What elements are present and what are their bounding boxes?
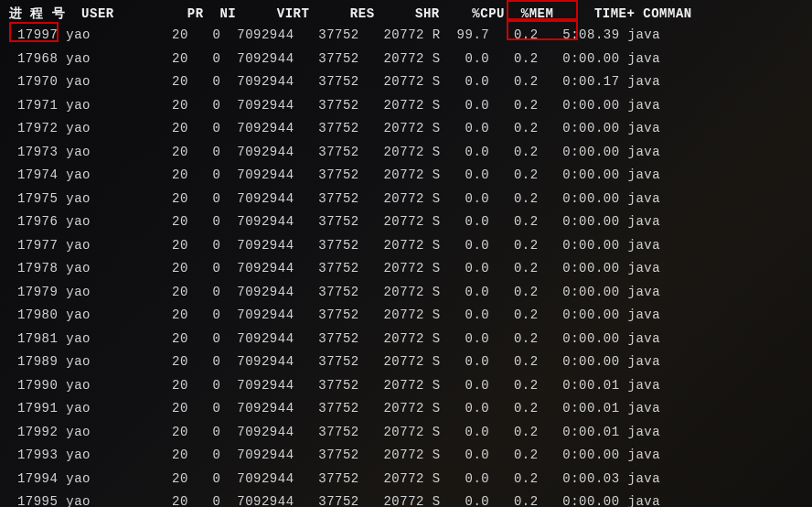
process-row[interactable]: 17968 yao 20 0 7092944 37752 20772 S 0.0…	[9, 48, 803, 71]
process-row[interactable]: 17997 yao 20 0 7092944 37752 20772 R 99.…	[9, 24, 803, 48]
process-row[interactable]: 17970 yao 20 0 7092944 37752 20772 S 0.0…	[9, 70, 803, 94]
process-row[interactable]: 17981 yao 20 0 7092944 37752 20772 S 0.0…	[9, 328, 803, 351]
process-row[interactable]: 17975 yao 20 0 7092944 37752 20772 S 0.0…	[9, 188, 803, 211]
process-row[interactable]: 17989 yao 20 0 7092944 37752 20772 S 0.0…	[9, 351, 803, 374]
process-row[interactable]: 17994 yao 20 0 7092944 37752 20772 S 0.0…	[9, 468, 803, 491]
process-row[interactable]: 17991 yao 20 0 7092944 37752 20772 S 0.0…	[9, 397, 803, 421]
process-row[interactable]: 17992 yao 20 0 7092944 37752 20772 S 0.0…	[9, 421, 803, 445]
process-row[interactable]: 17973 yao 20 0 7092944 37752 20772 S 0.0…	[9, 141, 803, 165]
process-table-body: 17997 yao 20 0 7092944 37752 20772 R 99.…	[9, 24, 803, 507]
process-row[interactable]: 17980 yao 20 0 7092944 37752 20772 S 0.0…	[9, 304, 803, 328]
process-row[interactable]: 17979 yao 20 0 7092944 37752 20772 S 0.0…	[9, 281, 803, 305]
process-row[interactable]: 17993 yao 20 0 7092944 37752 20772 S 0.0…	[9, 444, 803, 468]
process-row[interactable]: 17976 yao 20 0 7092944 37752 20772 S 0.0…	[9, 210, 803, 234]
process-table-header: 进 程 号 USER PR NI VIRT RES SHR %CPU %MEM …	[9, 4, 803, 24]
process-row[interactable]: 17995 yao 20 0 7092944 37752 20772 S 0.0…	[9, 491, 803, 507]
process-row[interactable]: 17990 yao 20 0 7092944 37752 20772 S 0.0…	[9, 374, 803, 398]
process-row[interactable]: 17972 yao 20 0 7092944 37752 20772 S 0.0…	[9, 117, 803, 141]
process-row[interactable]: 17974 yao 20 0 7092944 37752 20772 S 0.0…	[9, 164, 803, 188]
process-row[interactable]: 17971 yao 20 0 7092944 37752 20772 S 0.0…	[9, 94, 803, 118]
process-row[interactable]: 17977 yao 20 0 7092944 37752 20772 S 0.0…	[9, 234, 803, 258]
process-row[interactable]: 17978 yao 20 0 7092944 37752 20772 S 0.0…	[9, 257, 803, 281]
